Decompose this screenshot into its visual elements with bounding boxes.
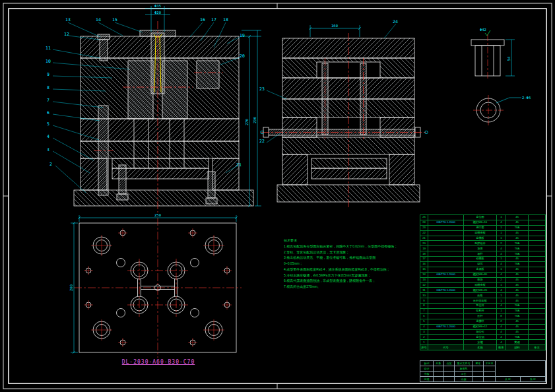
bom-cell-name: 支撑柱 — [464, 319, 497, 324]
bom-cell-code — [428, 282, 464, 288]
bom-cell-qty: 2 — [497, 319, 506, 324]
bom-cell-code — [428, 313, 464, 319]
bom-cell-note — [529, 329, 546, 335]
part-callout: 7 — [44, 98, 53, 103]
tb-label: 签名 — [473, 361, 484, 366]
bom-cell-note — [529, 282, 546, 288]
bom-cell-code — [428, 225, 464, 230]
bom-cell-qty: 1 — [497, 293, 506, 298]
bom-cell-qty: 4 — [497, 288, 506, 293]
bom-row: 21定模板145 — [420, 236, 546, 241]
bom-row: 19导套4T8A — [420, 246, 546, 251]
bom-cell-code — [428, 319, 464, 324]
tb-label: 分区 — [444, 361, 455, 366]
bom-cell-name: 推杆固定板 — [464, 298, 497, 304]
bom-cell-qty: 4 — [497, 246, 506, 251]
dim-text: 2-Φ6 — [522, 96, 531, 100]
bom-cell-qty: 1 — [497, 309, 506, 314]
part-callout: 18 — [221, 18, 230, 22]
bom-cell-name: 螺钉M8×80 — [464, 272, 497, 277]
bom-cell-qty: 4 — [497, 329, 506, 335]
part-callout: 4 — [44, 135, 53, 139]
bom-cell-note — [529, 335, 546, 340]
part-callout: 9 — [44, 73, 53, 77]
bom-cell-name: 螺钉M8×20 — [464, 288, 497, 293]
bom-row: 2定位销4T8A — [420, 335, 546, 340]
bom-row: 15支承板145 — [420, 267, 546, 272]
bom-cell-mat: T8A — [506, 262, 529, 267]
bom-cell-name: 限位钉 — [464, 329, 497, 335]
bom-cell-qty: 4 — [497, 251, 506, 257]
bom-cell-note — [529, 293, 546, 298]
bom-cell-qty: 1 — [497, 230, 506, 236]
bom-cell-note — [529, 288, 546, 293]
bom-cell-name: 导套 — [464, 246, 497, 251]
bom-cell-code — [428, 236, 464, 241]
bom-header-row: 序号代号名称数量材料备注 — [420, 345, 546, 350]
bom-cell-code: GB/T70.1-2000 — [428, 220, 464, 225]
bom-cell-mat: T8A — [506, 335, 529, 340]
bom-cell-qty: 1 — [497, 236, 506, 241]
tb-name-cell — [496, 361, 546, 377]
bom-cell-mat: T8A — [506, 313, 529, 319]
bom-cell-no: 25 — [420, 215, 428, 220]
bom-cell-no: 17 — [420, 257, 428, 262]
bom-cell-no: 22 — [420, 230, 428, 236]
bom-row: 1水嘴4黄铜 — [420, 340, 546, 345]
tb-label: 批准 — [420, 377, 434, 382]
bom-cell-name: 型腔镶件 — [464, 241, 497, 246]
bom-cell-no: 18 — [420, 251, 428, 257]
part-callout: 13 — [63, 18, 73, 22]
bom-cell-name: 推杆 — [464, 313, 497, 319]
bom-cell-no: 1 — [420, 340, 428, 345]
bom-cell-qty: 4 — [497, 335, 506, 340]
bom-cell-name: 动模座板 — [464, 282, 497, 288]
bom-cell-mat: 45 — [506, 319, 529, 324]
note-line: 5.冷却水路应畅通，在0.5MPa压力下保压5min无渗漏现象； — [284, 273, 401, 278]
bom-header-cell: 序号 — [420, 345, 428, 350]
bom-cell-qty: 4 — [497, 262, 506, 267]
bom-cell-qty: 4 — [497, 272, 506, 277]
part-callout: 8 — [44, 86, 53, 90]
tb-label: 设计 — [420, 366, 434, 372]
part-callout: 21 — [234, 163, 244, 168]
bom-cell-name: 拉料杆 — [464, 309, 497, 314]
bom-cell-code — [428, 241, 464, 246]
note-line: 6.模具外露表面涂防锈油，非成型表面涂漆，随模附备件一套； — [284, 278, 401, 284]
bom-cell-no: 15 — [420, 267, 428, 272]
bom-cell-code — [428, 277, 464, 282]
part-callout: 5 — [44, 122, 53, 127]
tb-label: 共 张 — [496, 377, 521, 382]
bom-cell-code — [428, 230, 464, 236]
dim-text: Φ35 — [154, 4, 161, 8]
tb-label: 第 张 — [521, 377, 546, 382]
bom-cell-note — [529, 215, 546, 220]
bom-row: 7拉料杆1T8A — [420, 309, 546, 314]
part-callout: 2 — [46, 162, 55, 167]
note-line: 3.推出机构运动灵活、平稳，复位准确可靠，推杆端面高出型面 — [284, 255, 401, 261]
part-callout: 6 — [44, 111, 53, 115]
bom-cell-name: 水嘴 — [464, 340, 497, 345]
bom-row: 4GB/T70.1-2000螺钉M6×12445 — [420, 324, 546, 329]
bom-cell-qty: 2 — [497, 277, 506, 282]
bom-cell-code: GB/T70.1-2000 — [428, 324, 464, 329]
bom-cell-name: 导柱 — [464, 251, 497, 257]
bom-cell-note — [529, 267, 546, 272]
tb-label: 比例 — [455, 377, 473, 382]
note-line: 技术要求 — [284, 238, 401, 244]
bom-row: 24GB/T70.1-2000螺钉M6×16445 — [420, 220, 546, 225]
part-callout: 11 — [44, 46, 53, 51]
bom-cell-mat: 45 — [506, 277, 529, 282]
bom-cell-mat: T8A — [506, 241, 529, 246]
part-callout: 19 — [238, 34, 247, 38]
bom-cell-no: 24 — [420, 220, 428, 225]
bom-cell-name: 支承板 — [464, 267, 497, 272]
bom-cell-name: 定位圈 — [464, 215, 497, 220]
part-callout: 12 — [62, 32, 71, 37]
bom-cell-code: GB/T70.1-2000 — [428, 272, 464, 277]
part-callout: 14 — [94, 18, 103, 22]
bom-cell-no: 6 — [420, 313, 428, 319]
part-callout: 20 — [238, 54, 247, 59]
dim-text: 270 — [245, 119, 249, 125]
bom-cell-note — [529, 241, 546, 246]
